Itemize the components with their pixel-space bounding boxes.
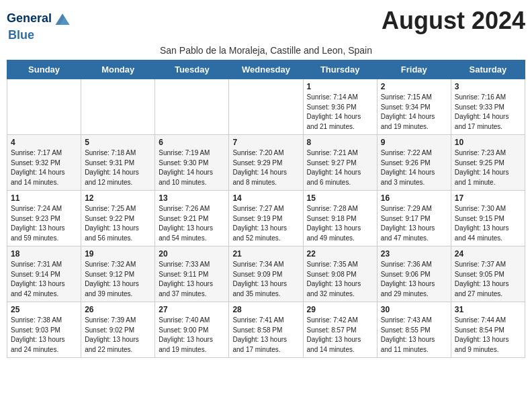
calendar-cell: 30Sunrise: 7:43 AM Sunset: 8:55 PM Dayli… <box>377 302 451 358</box>
day-number: 9 <box>381 138 447 147</box>
calendar-cell: 31Sunrise: 7:44 AM Sunset: 8:54 PM Dayli… <box>451 302 525 358</box>
day-header-friday: Friday <box>377 60 451 79</box>
day-number: 11 <box>11 193 77 203</box>
day-info: Sunrise: 7:23 AM Sunset: 9:25 PM Dayligh… <box>455 148 521 187</box>
day-info: Sunrise: 7:27 AM Sunset: 9:19 PM Dayligh… <box>232 204 299 243</box>
calendar-cell: 14Sunrise: 7:27 AM Sunset: 9:19 PM Dayli… <box>229 191 303 246</box>
calendar-cell: 11Sunrise: 7:24 AM Sunset: 9:23 PM Dayli… <box>7 191 81 246</box>
calendar-cell: 4Sunrise: 7:17 AM Sunset: 9:32 PM Daylig… <box>7 135 81 191</box>
day-info: Sunrise: 7:19 AM Sunset: 9:30 PM Dayligh… <box>159 148 225 187</box>
day-info: Sunrise: 7:18 AM Sunset: 9:31 PM Dayligh… <box>85 148 151 187</box>
day-number: 4 <box>11 138 77 147</box>
calendar-cell: 26Sunrise: 7:39 AM Sunset: 9:02 PM Dayli… <box>81 302 155 358</box>
day-number: 31 <box>455 305 521 314</box>
day-info: Sunrise: 7:30 AM Sunset: 9:15 PM Dayligh… <box>455 204 521 243</box>
day-info: Sunrise: 7:28 AM Sunset: 9:18 PM Dayligh… <box>307 204 373 243</box>
day-number: 21 <box>232 249 299 259</box>
calendar-cell: 15Sunrise: 7:28 AM Sunset: 9:18 PM Dayli… <box>303 191 377 246</box>
day-number: 24 <box>455 249 521 259</box>
day-info: Sunrise: 7:29 AM Sunset: 9:17 PM Dayligh… <box>381 204 447 243</box>
day-number: 10 <box>455 138 521 147</box>
day-info: Sunrise: 7:31 AM Sunset: 9:14 PM Dayligh… <box>11 260 77 299</box>
day-info: Sunrise: 7:43 AM Sunset: 8:55 PM Dayligh… <box>381 316 447 355</box>
logo-blue: Blue <box>8 28 72 42</box>
day-number: 13 <box>159 193 225 203</box>
day-number: 18 <box>11 249 77 259</box>
logo: General Blue <box>7 9 72 42</box>
day-header-wednesday: Wednesday <box>229 60 303 79</box>
day-info: Sunrise: 7:25 AM Sunset: 9:22 PM Dayligh… <box>85 204 151 243</box>
day-number: 17 <box>455 193 521 203</box>
header: General Blue August 2024 <box>7 7 525 42</box>
day-number: 1 <box>307 82 373 91</box>
day-info: Sunrise: 7:20 AM Sunset: 9:29 PM Dayligh… <box>232 148 299 187</box>
calendar-cell: 10Sunrise: 7:23 AM Sunset: 9:25 PM Dayli… <box>451 135 525 191</box>
day-number: 3 <box>455 82 521 91</box>
day-info: Sunrise: 7:44 AM Sunset: 8:54 PM Dayligh… <box>455 316 521 355</box>
day-info: Sunrise: 7:40 AM Sunset: 9:00 PM Dayligh… <box>159 316 225 355</box>
day-number: 5 <box>85 138 151 147</box>
day-number: 15 <box>307 193 373 203</box>
day-number: 22 <box>307 249 373 259</box>
day-info: Sunrise: 7:21 AM Sunset: 9:27 PM Dayligh… <box>307 148 373 187</box>
calendar-cell: 18Sunrise: 7:31 AM Sunset: 9:14 PM Dayli… <box>7 246 81 302</box>
day-number: 16 <box>381 193 447 203</box>
day-info: Sunrise: 7:42 AM Sunset: 8:57 PM Dayligh… <box>307 316 373 355</box>
calendar-cell: 3Sunrise: 7:16 AM Sunset: 9:33 PM Daylig… <box>451 79 525 135</box>
day-info: Sunrise: 7:17 AM Sunset: 9:32 PM Dayligh… <box>11 148 77 187</box>
calendar-cell: 25Sunrise: 7:38 AM Sunset: 9:03 PM Dayli… <box>7 302 81 358</box>
calendar-cell: 7Sunrise: 7:20 AM Sunset: 9:29 PM Daylig… <box>229 135 303 191</box>
day-number: 19 <box>85 249 151 259</box>
calendar-cell: 9Sunrise: 7:22 AM Sunset: 9:26 PM Daylig… <box>377 135 451 191</box>
day-info: Sunrise: 7:35 AM Sunset: 9:08 PM Dayligh… <box>307 260 373 299</box>
calendar-cell <box>7 79 81 135</box>
day-number: 2 <box>381 82 447 91</box>
calendar-cell: 2Sunrise: 7:15 AM Sunset: 9:34 PM Daylig… <box>377 79 451 135</box>
day-info: Sunrise: 7:39 AM Sunset: 9:02 PM Dayligh… <box>85 316 151 355</box>
day-info: Sunrise: 7:24 AM Sunset: 9:23 PM Dayligh… <box>11 204 77 243</box>
calendar-cell: 23Sunrise: 7:36 AM Sunset: 9:06 PM Dayli… <box>377 246 451 302</box>
day-number: 28 <box>232 305 299 314</box>
calendar-cell: 21Sunrise: 7:34 AM Sunset: 9:09 PM Dayli… <box>229 246 303 302</box>
day-number: 26 <box>85 305 151 314</box>
day-number: 30 <box>381 305 447 314</box>
calendar-cell: 16Sunrise: 7:29 AM Sunset: 9:17 PM Dayli… <box>377 191 451 246</box>
calendar-cell <box>155 79 229 135</box>
day-number: 7 <box>232 138 299 147</box>
calendar-cell: 13Sunrise: 7:26 AM Sunset: 9:21 PM Dayli… <box>155 191 229 246</box>
day-info: Sunrise: 7:16 AM Sunset: 9:33 PM Dayligh… <box>455 93 521 132</box>
day-number: 8 <box>307 138 373 147</box>
calendar-cell: 22Sunrise: 7:35 AM Sunset: 9:08 PM Dayli… <box>303 246 377 302</box>
calendar-cell: 17Sunrise: 7:30 AM Sunset: 9:15 PM Dayli… <box>451 191 525 246</box>
day-header-monday: Monday <box>81 60 155 79</box>
day-info: Sunrise: 7:41 AM Sunset: 8:58 PM Dayligh… <box>232 316 299 355</box>
day-info: Sunrise: 7:15 AM Sunset: 9:34 PM Dayligh… <box>381 93 447 132</box>
day-number: 14 <box>232 193 299 203</box>
day-number: 23 <box>381 249 447 259</box>
day-header-sunday: Sunday <box>7 60 81 79</box>
calendar-cell: 24Sunrise: 7:37 AM Sunset: 9:05 PM Dayli… <box>451 246 525 302</box>
calendar-cell: 6Sunrise: 7:19 AM Sunset: 9:30 PM Daylig… <box>155 135 229 191</box>
calendar-cell: 1Sunrise: 7:14 AM Sunset: 9:36 PM Daylig… <box>303 79 377 135</box>
calendar-cell: 27Sunrise: 7:40 AM Sunset: 9:00 PM Dayli… <box>155 302 229 358</box>
calendar-cell <box>81 79 155 135</box>
calendar-cell: 29Sunrise: 7:42 AM Sunset: 8:57 PM Dayli… <box>303 302 377 358</box>
day-info: Sunrise: 7:36 AM Sunset: 9:06 PM Dayligh… <box>381 260 447 299</box>
day-info: Sunrise: 7:37 AM Sunset: 9:05 PM Dayligh… <box>455 260 521 299</box>
calendar-cell: 12Sunrise: 7:25 AM Sunset: 9:22 PM Dayli… <box>81 191 155 246</box>
day-number: 25 <box>11 305 77 314</box>
subtitle: San Pablo de la Moraleja, Castille and L… <box>7 45 525 56</box>
calendar-table: SundayMondayTuesdayWednesdayThursdayFrid… <box>7 60 525 358</box>
day-number: 6 <box>159 138 225 147</box>
calendar-cell: 5Sunrise: 7:18 AM Sunset: 9:31 PM Daylig… <box>81 135 155 191</box>
month-title: August 2024 <box>382 7 525 35</box>
calendar-cell: 8Sunrise: 7:21 AM Sunset: 9:27 PM Daylig… <box>303 135 377 191</box>
day-number: 27 <box>159 305 225 314</box>
day-info: Sunrise: 7:38 AM Sunset: 9:03 PM Dayligh… <box>11 316 77 355</box>
calendar-cell: 28Sunrise: 7:41 AM Sunset: 8:58 PM Dayli… <box>229 302 303 358</box>
day-number: 29 <box>307 305 373 314</box>
logo-text: General <box>7 9 72 28</box>
day-header-tuesday: Tuesday <box>155 60 229 79</box>
day-info: Sunrise: 7:32 AM Sunset: 9:12 PM Dayligh… <box>85 260 151 299</box>
day-info: Sunrise: 7:34 AM Sunset: 9:09 PM Dayligh… <box>232 260 299 299</box>
